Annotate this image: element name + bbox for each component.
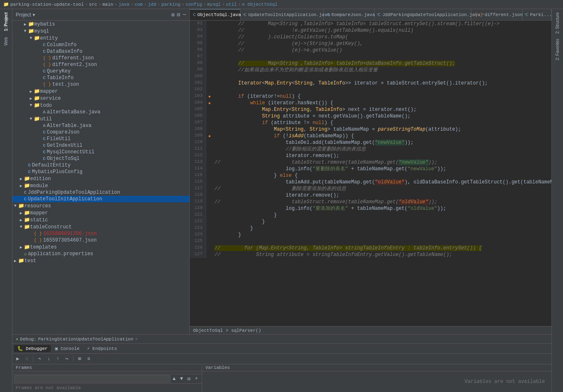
tree-item-test[interactable]: ▶ 📁 test <box>12 257 189 264</box>
line-number: 109 <box>190 133 206 139</box>
tree-item-service[interactable]: ▶ 📁 service <box>12 95 189 102</box>
step-out-btn[interactable]: ↑ <box>54 355 61 363</box>
tree-item-AlterTable[interactable]: ▶ A AlterTable.java <box>12 122 189 129</box>
line-content: //如果筛选出来不为空则判断是添加或者删除表后放入相应变量 <box>213 67 551 73</box>
json-icon: { } <box>34 238 42 243</box>
tree-item-resources[interactable]: ▼ 📁 resources <box>12 202 189 209</box>
frames-filter-btn[interactable]: ⊟ <box>185 375 193 383</box>
side-tab-favorites[interactable]: 2: Favorites <box>554 36 561 63</box>
step-into-btn[interactable]: ↓ <box>45 355 52 363</box>
side-tab-web[interactable]: Web <box>3 35 9 48</box>
line-number: 100 <box>190 73 206 80</box>
json-icon: { } <box>43 56 51 61</box>
tree-item-TableInfo[interactable]: ▶ C TableInfo <box>12 75 189 81</box>
gear-icon[interactable]: ⚙ <box>172 12 175 18</box>
tab-JddParking[interactable]: C JddParkingUpdateToolApplication.java × <box>375 9 471 20</box>
right-vert-bar: 2: Structure 2: Favorites <box>551 9 563 392</box>
tree-item-ObjectToSql[interactable]: ▶ C ObjectToSql <box>12 155 189 162</box>
tab-different-json[interactable]: { } different.json × <box>471 9 522 20</box>
tree-item-CompareJson[interactable]: ▶ C CompareJson <box>12 129 189 136</box>
pause-btn[interactable]: ⏸ <box>23 355 31 363</box>
tree-arrow: ▼ <box>28 117 34 121</box>
tab-CompareJson[interactable]: C CompareJson.java × <box>324 9 375 20</box>
frames-plus-btn[interactable]: + <box>193 375 200 383</box>
tree-item-different2-json[interactable]: ▶ { } different2.json <box>12 61 189 68</box>
tree-item-edition[interactable]: ▶ 📁 edition <box>12 175 189 182</box>
tree-item-MybatisPlusConfig[interactable]: ▶ C MybatisPlusConfig <box>12 169 189 175</box>
tree-item-FileUtil[interactable]: ▶ C FileUtil <box>12 136 189 142</box>
bottom-tab-debugger[interactable]: 🐛 Debugger <box>14 345 51 352</box>
breadcrumb-bar: 📁 parking-station-update-tool › src › ma… <box>0 0 563 9</box>
resume-btn[interactable]: ▶ <box>14 355 21 363</box>
code-editor[interactable]: 92 // Map<String ,TableInfo> tableInfo= … <box>190 21 551 326</box>
tree-item-MysqlConnectUtil[interactable]: ▶ C MysqlConnectUtil <box>12 149 189 155</box>
tab-parki[interactable]: C Parki... <box>523 9 551 20</box>
line-number: 122 <box>190 218 206 225</box>
separator2 <box>73 356 73 362</box>
tree-item-test-json[interactable]: ▶ { } test.json <box>12 81 189 88</box>
json-icon: { } <box>43 82 51 87</box>
side-tab-structure[interactable]: 2: Structure <box>554 10 561 36</box>
tree-item-util[interactable]: ▼ 📁 util <box>12 115 189 122</box>
layout-icon[interactable]: ⊟ <box>177 12 180 18</box>
tree-item-entity[interactable]: ▼ 📁 entity <box>12 35 189 42</box>
frames-search-input[interactable] <box>14 375 170 383</box>
breadcrumb-mysql: mysql <box>207 2 221 7</box>
side-tab-project[interactable]: 1: Project <box>3 10 9 34</box>
tree-item-mysql[interactable]: ▼ 📁 mysql <box>12 28 189 35</box>
line-gutter <box>206 232 213 238</box>
tree-item-DefaultEntity[interactable]: ▶ C DefaultEntity <box>12 162 189 169</box>
code-line-93: 93 // !e.getValue().getTableName().equal… <box>190 27 551 34</box>
minus-icon[interactable]: ─ <box>183 12 186 18</box>
line-content: String attribute = next.getValue().getTa… <box>213 113 551 120</box>
tab-UpdateToolInit[interactable]: C UpdateToolInitApplication.java × <box>240 9 323 20</box>
variables-header: Variables <box>202 364 551 371</box>
step-over-btn[interactable]: ↷ <box>36 355 43 363</box>
tree-item-GetIndexUtil[interactable]: ▶ C GetIndexUtil <box>12 142 189 149</box>
debug-close[interactable]: × <box>135 337 138 342</box>
tree-item-static[interactable]: ▶ 📁 static <box>12 216 189 223</box>
bottom-tab-console[interactable]: ▣ Console <box>52 345 82 352</box>
frames-down-btn[interactable]: ▼ <box>178 375 185 383</box>
line-content: log.info("要删除的表名" + tableNameMap.get("ne… <box>213 166 551 172</box>
tree-label: CompareJson <box>47 129 80 135</box>
folder-icon: 📁 <box>24 217 30 223</box>
tree-label: ColumnInfo <box>47 42 77 48</box>
tree-item-mapper[interactable]: ▶ 📁 mapper <box>12 88 189 95</box>
tree-item-mybatis[interactable]: ▶ 📁 mybatis <box>12 21 189 28</box>
watch-btn[interactable]: ≡ <box>85 355 92 363</box>
tree-item-UpdateToolInit[interactable]: ▶ C UpdateToolInitApplication <box>12 196 189 202</box>
line-number: 121 <box>190 212 206 218</box>
tree-label: QueryKey <box>47 68 71 74</box>
java-class-icon: C <box>43 143 46 148</box>
frames-status: Frames are not available <box>12 383 202 392</box>
folder-icon: 📁 <box>24 210 30 216</box>
tree-item-DataBaseInfo[interactable]: ▶ C DataBaseInfo <box>12 48 189 55</box>
tree-item-tableConstruct[interactable]: ▼ 📁 tableConstruct <box>12 223 189 230</box>
line-number: 114 <box>190 166 206 172</box>
line-number: 113 <box>190 159 206 166</box>
tree-item-app-props[interactable]: ▶ ⚙ application.properties <box>12 251 189 257</box>
tree-item-QueryKey[interactable]: ▶ C QueryKey <box>12 68 189 75</box>
tree-item-todo[interactable]: ▼ 📁 todo <box>12 102 189 109</box>
bc-folder-icon: 📁 <box>3 2 9 7</box>
tree-item-module[interactable]: ▶ 📁 module <box>12 182 189 189</box>
bottom-tab-endpoints[interactable]: ⚡ Endpoints <box>84 345 120 352</box>
tree-item-json1[interactable]: ▶ { } 1655886691356.json <box>12 230 189 237</box>
tree-item-templates[interactable]: ▶ 📁 templates <box>12 244 189 251</box>
tree-item-ColumnInfo[interactable]: ▶ C ColumnInfo <box>12 42 189 48</box>
tree-label: FileUtil <box>47 136 71 142</box>
bottom-tabs: 🐛 Debugger ▣ Console ⚡ Endpoints <box>12 344 551 354</box>
tree-item-different-json[interactable]: ▶ { } different.json <box>12 55 189 61</box>
tree-item-JddParking[interactable]: ▶ C JddParkingUpdateToolApplication <box>12 189 189 196</box>
tree-item-alterDataBase[interactable]: ▶ A alterDataBase.java <box>12 109 189 115</box>
tree-item-mapper-res[interactable]: ▶ 📁 mapper <box>12 209 189 216</box>
code-line-104: 104 ◆ while (iterator.hasNext()) { <box>190 100 551 106</box>
frames-panel: Frames ▲ ▼ ⊟ + Frames are not available <box>12 364 202 392</box>
evaluate-btn[interactable]: ⊞ <box>76 355 83 363</box>
run-to-cursor-btn[interactable]: ↪ <box>63 355 71 363</box>
line-gutter <box>206 245 213 251</box>
frames-up-btn[interactable]: ▲ <box>170 375 178 383</box>
tree-item-json2[interactable]: ▶ { } 1655973054607.json <box>12 237 189 244</box>
tab-ObjectToSql[interactable]: C ObjectToSql.java × <box>190 9 240 20</box>
